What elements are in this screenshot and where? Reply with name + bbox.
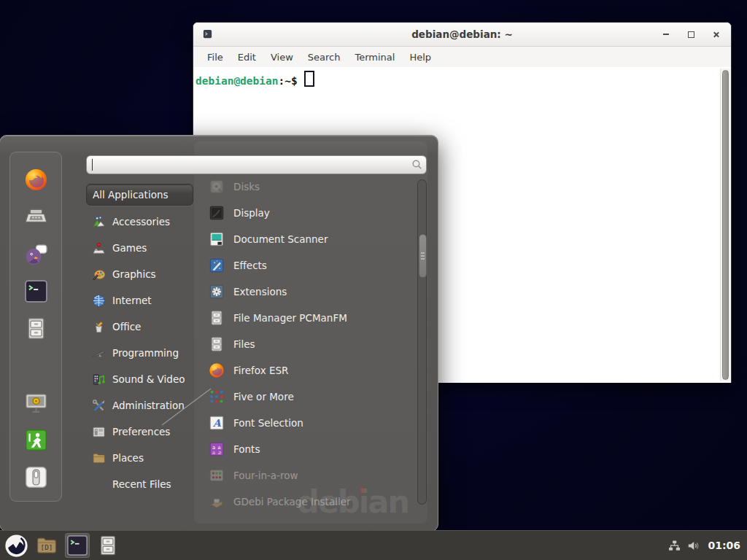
menubar-item-view[interactable]: View [263, 49, 301, 66]
favorite-terminal-button[interactable] [22, 278, 50, 304]
document-scanner-icon [209, 231, 225, 247]
desktop: debian@debian: ~ FileEditViewSearchTermi… [0, 0, 747, 560]
taskbar: [D] 01:06 [0, 530, 747, 560]
folder-d-icon: [D] [36, 534, 58, 556]
terminal-cursor [304, 71, 314, 87]
svg-text:[D]: [D] [41, 543, 53, 551]
menubar-item-terminal[interactable]: Terminal [347, 49, 402, 66]
sound-video-icon [92, 373, 106, 386]
disks-icon [209, 179, 225, 195]
five-or-more-icon [209, 389, 225, 405]
category-administration[interactable]: Administration [86, 392, 193, 419]
search-input[interactable] [86, 155, 427, 174]
graphics-icon [92, 268, 106, 281]
app-fonts[interactable]: aaaaFonts [198, 436, 414, 462]
minimize-icon [663, 34, 669, 35]
watermark-dot [360, 488, 365, 492]
app-effects[interactable]: Effects [198, 252, 414, 279]
menubar-item-edit[interactable]: Edit [231, 49, 263, 66]
administration-icon [92, 399, 106, 413]
app-firefox-esr[interactable]: Firefox ESR [198, 357, 414, 384]
menubar-item-help[interactable]: Help [402, 49, 438, 66]
tray-network[interactable] [667, 539, 681, 553]
favorite-firefox-button[interactable] [22, 167, 50, 193]
app-file-manager-pcmanfm[interactable]: File Manager PCManFM [198, 305, 414, 331]
menubar-item-search[interactable]: Search [301, 49, 348, 66]
category-preferences[interactable]: Preferences [86, 419, 193, 445]
terminal-titlebar[interactable]: debian@debian: ~ [193, 23, 731, 47]
four-in-a-row-icon [209, 467, 225, 483]
favorite-lock-screen-button[interactable] [22, 390, 50, 416]
app-extensions[interactable]: Extensions [198, 279, 414, 305]
category-list: All ApplicationsAccessoriesGamesGraphics… [86, 181, 193, 497]
category-sound-video[interactable]: Sound & Video [86, 366, 193, 392]
applications-scrollbar-thumb[interactable] [419, 234, 427, 278]
prompt-user: debian@debian [196, 75, 279, 87]
applications-scrollbar[interactable] [417, 179, 427, 505]
favorite-shutdown-button[interactable] [22, 464, 50, 490]
system-tray: 01:06 [667, 539, 747, 553]
display-icon [209, 205, 225, 221]
maximize-button[interactable] [686, 29, 696, 39]
menubar-item-file[interactable]: File [200, 49, 231, 66]
menu-launcher-button[interactable] [4, 533, 28, 558]
application-list: DisksDisplayDocument ScannerEffectsExten… [198, 174, 414, 509]
category-all-applications[interactable]: All Applications [86, 184, 193, 206]
games-icon [92, 241, 106, 255]
close-icon [713, 31, 719, 38]
terminal-icon [66, 534, 88, 556]
accessories-icon [92, 215, 106, 229]
app-font-selection[interactable]: AFont Selection [198, 410, 414, 436]
app-five-or-more[interactable]: Five or More [198, 384, 414, 410]
favorite-file-manager-button[interactable] [22, 315, 50, 341]
category-office[interactable]: Office [86, 314, 193, 340]
svg-text:a: a [218, 445, 221, 451]
category-games[interactable]: Games [86, 235, 193, 261]
category-internet[interactable]: Internet [86, 287, 193, 314]
file-manager-icon [97, 534, 119, 556]
search-icon [411, 158, 423, 171]
terminal-prompt: debian@debian:~$ [196, 71, 314, 87]
maximize-icon [688, 31, 694, 38]
effects-icon [209, 257, 225, 273]
extensions-icon [209, 284, 225, 300]
app-display[interactable]: Display [198, 200, 414, 226]
category-programming[interactable]: Programming [86, 340, 193, 366]
svg-text:a: a [212, 450, 215, 456]
file-manager-icon [209, 310, 225, 326]
close-button[interactable] [711, 29, 721, 39]
category-graphics[interactable]: Graphics [86, 261, 193, 287]
app-document-scanner[interactable]: Document Scanner [198, 226, 414, 252]
app-files[interactable]: Files [198, 331, 414, 357]
task-button-file-manager-folder[interactable]: [D] [34, 533, 59, 558]
search-caret [92, 159, 93, 171]
category-accessories[interactable]: Accessories [86, 209, 193, 235]
category-places[interactable]: Places [86, 445, 193, 471]
window-title: debian@debian: ~ [193, 28, 731, 40]
file-manager-icon [209, 336, 225, 352]
task-button-terminal[interactable] [65, 533, 90, 558]
fonts-icon: aaaa [209, 441, 225, 457]
terminal-menubar: FileEditViewSearchTerminalHelp [193, 47, 731, 67]
icon-spacer [92, 478, 106, 491]
minimize-button[interactable] [661, 29, 671, 39]
window-controls [661, 23, 721, 46]
category-recent-files[interactable]: Recent Files [86, 471, 193, 497]
favorite-pidgin-button[interactable] [22, 241, 50, 268]
application-menu: All ApplicationsAccessoriesGamesGraphics… [0, 135, 438, 532]
gdebi-icon [209, 494, 225, 509]
svg-text:A: A [212, 417, 222, 429]
tray-volume[interactable] [686, 539, 700, 553]
programming-icon [92, 346, 106, 360]
favorite-package-manager-button[interactable] [22, 204, 50, 230]
app-disks[interactable]: Disks [198, 174, 414, 200]
internet-icon [92, 294, 106, 308]
terminal-scrollbar[interactable] [720, 69, 730, 381]
terminal-scrollbar-thumb[interactable] [722, 70, 729, 380]
office-icon [92, 320, 106, 334]
task-button-files[interactable] [96, 533, 120, 558]
font-selection-icon: A [209, 415, 225, 431]
places-icon [92, 451, 106, 465]
favorite-logout-button[interactable] [22, 427, 50, 453]
taskbar-clock: 01:06 [708, 540, 740, 551]
